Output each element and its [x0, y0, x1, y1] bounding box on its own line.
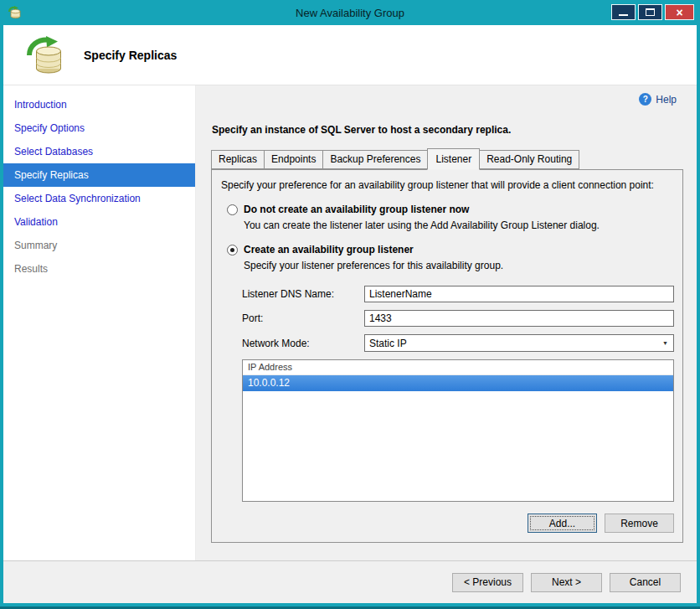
sidebar-item-select-databases[interactable]: Select Databases [3, 140, 195, 163]
port-input[interactable] [364, 310, 674, 327]
tab-replicas[interactable]: Replicas [211, 150, 265, 169]
ip-list-header: IP Address [243, 360, 673, 375]
previous-button[interactable]: < Previous [452, 573, 523, 592]
remove-button[interactable]: Remove [605, 514, 674, 533]
help-link[interactable]: ? Help [639, 93, 677, 106]
option-no-listener-description: You can create the listener later using … [244, 219, 674, 231]
help-label: Help [656, 94, 677, 106]
tab-endpoints[interactable]: Endpoints [264, 150, 323, 169]
minimize-icon [619, 14, 628, 16]
sidebar-item-introduction[interactable]: Introduction [3, 93, 195, 116]
wizard-footer: < Previous Next > Cancel [3, 560, 697, 603]
maximize-button[interactable] [638, 4, 662, 20]
network-mode-select[interactable]: Static IP ▼ [364, 334, 674, 352]
availability-group-icon [23, 36, 65, 75]
listener-form: Listener DNS Name: Port: Network Mode: S… [242, 286, 674, 352]
listener-tab-panel: Specify your preference for an availabil… [211, 169, 683, 543]
option-no-listener-label: Do not create an availability group list… [244, 204, 469, 215]
radio-create-listener[interactable]: Create an availability group listener [227, 244, 674, 255]
sidebar-item-validation[interactable]: Validation [3, 210, 195, 234]
wizard-header: Specify Replicas [3, 25, 697, 85]
chevron-down-icon: ▼ [662, 340, 668, 346]
tab-backup-preferences[interactable]: Backup Preferences [322, 150, 428, 169]
tab-strip: Replicas Endpoints Backup Preferences Li… [211, 148, 683, 169]
ip-address-list[interactable]: IP Address 10.0.0.12 [242, 359, 674, 502]
radio-icon-unchecked[interactable] [227, 204, 238, 215]
page-title: Specify Replicas [84, 49, 177, 62]
minimize-button[interactable] [611, 4, 636, 20]
option-create-listener-label: Create an availability group listener [244, 244, 414, 255]
port-label: Port: [242, 312, 364, 324]
main-area: Introduction Specify Options Select Data… [3, 85, 697, 560]
listener-dns-label: Listener DNS Name: [242, 288, 364, 300]
wizard-steps-sidebar: Introduction Specify Options Select Data… [3, 85, 196, 560]
port-row: Port: [242, 310, 674, 327]
add-button[interactable]: Add... [528, 514, 597, 533]
sidebar-item-specify-options[interactable]: Specify Options [3, 116, 195, 140]
network-mode-label: Network Mode: [242, 338, 364, 349]
window-title: New Availability Group [0, 7, 700, 19]
instruction-text: Specify an instance of SQL Server to hos… [212, 124, 683, 136]
dns-name-row: Listener DNS Name: [242, 286, 674, 302]
cancel-button[interactable]: Cancel [610, 573, 681, 592]
radio-no-listener[interactable]: Do not create an availability group list… [227, 204, 674, 215]
window-body: Specify Replicas Introduction Specify Op… [3, 25, 697, 603]
listener-dns-input[interactable] [364, 286, 674, 302]
sidebar-item-select-data-synchronization[interactable]: Select Data Synchronization [3, 187, 195, 210]
close-button[interactable]: × [665, 4, 694, 20]
network-mode-row: Network Mode: Static IP ▼ [242, 334, 674, 352]
ip-row[interactable]: 10.0.0.12 [243, 375, 673, 391]
window-controls: × [611, 4, 694, 20]
tab-read-only-routing[interactable]: Read-Only Routing [479, 150, 579, 169]
help-question-icon: ? [639, 93, 651, 106]
radio-icon-checked[interactable] [227, 245, 238, 255]
option-no-listener: Do not create an availability group list… [221, 204, 674, 231]
content-area: ? Help Specify an instance of SQL Server… [196, 85, 697, 560]
tab-listener[interactable]: Listener [427, 148, 480, 170]
new-availability-group-window: New Availability Group × [0, 0, 700, 609]
network-mode-value: Static IP [369, 338, 407, 349]
close-icon: × [676, 7, 682, 18]
maximize-icon [646, 8, 655, 16]
option-create-listener: Create an availability group listener Sp… [221, 244, 674, 271]
option-create-listener-description: Specify your listener preferences for th… [244, 260, 674, 271]
sidebar-item-summary: Summary [3, 234, 195, 257]
next-button[interactable]: Next > [531, 573, 602, 592]
titlebar: New Availability Group × [0, 0, 700, 25]
sidebar-item-specify-replicas[interactable]: Specify Replicas [3, 163, 195, 187]
listener-intro-text: Specify your preference for an availabil… [221, 179, 674, 191]
ip-list-actions: Add... Remove [528, 514, 674, 533]
sidebar-item-results: Results [3, 257, 195, 281]
